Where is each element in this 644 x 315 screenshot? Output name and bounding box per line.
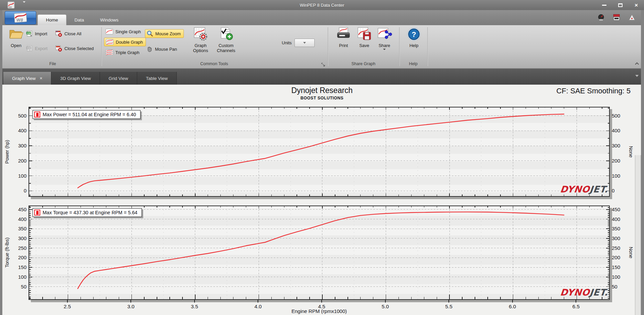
group-separator xyxy=(328,27,328,66)
tab-graph-view[interactable]: Graph View × xyxy=(3,72,51,85)
single-graph-icon xyxy=(105,29,113,35)
torque-legend: Max Torque = 437.30 at Engine RPM = 5.64 xyxy=(33,208,142,217)
close-button[interactable]: × xyxy=(633,2,639,8)
minimize-button[interactable] xyxy=(601,2,607,8)
graph-options-label-2: Options xyxy=(193,48,208,53)
double-graph-button[interactable]: Double Graph xyxy=(104,38,146,46)
x-major-tick xyxy=(67,300,68,303)
mouse-pan-label: Mouse Pan xyxy=(155,47,177,52)
y-tick-label: 200 xyxy=(9,254,26,261)
triple-graph-button[interactable]: Triple Graph xyxy=(104,48,142,57)
dyno-device-icon[interactable] xyxy=(612,13,621,21)
help-button[interactable]: ? Help xyxy=(403,27,425,48)
x-major-tick xyxy=(321,300,322,303)
triple-graph-label: Triple Graph xyxy=(115,50,140,55)
y-tick-label: 100 xyxy=(9,173,26,179)
y-tick-label: 400 xyxy=(9,127,26,134)
graph-options-button[interactable]: Graph Options xyxy=(190,27,211,53)
minimize-icon xyxy=(602,5,606,6)
ribbon-home-panel: Open CSV Import CSV Export xyxy=(0,25,644,69)
import-button[interactable]: CSV Import xyxy=(25,29,50,38)
y-tick-label: 0 xyxy=(9,187,26,194)
ribbon-tab-home-label: Home xyxy=(46,17,58,22)
y-tick-label: 300 xyxy=(9,235,26,242)
help-button-label: Help xyxy=(403,43,425,48)
ribbon-tab-windows-label: Windows xyxy=(100,17,119,22)
common-tools-dialog-launcher[interactable] xyxy=(321,62,325,68)
units-dropdown[interactable] xyxy=(294,39,315,47)
double-graph-icon xyxy=(106,39,114,45)
share-button[interactable]: Share xyxy=(374,27,395,50)
graph-subtitle: BOOST SOLUTIONS xyxy=(0,96,644,100)
export-button-label: Export xyxy=(35,46,48,51)
tab-grid-view[interactable]: Grid View xyxy=(100,72,137,85)
application-menu-button[interactable]: W8 xyxy=(5,11,36,25)
ribbon-tab-windows[interactable]: Windows xyxy=(92,14,127,25)
svg-text:?: ? xyxy=(412,30,416,39)
share-graph-group-label: Share Graph xyxy=(328,61,399,66)
x-major-tick xyxy=(258,300,258,303)
right-scrollbar[interactable] xyxy=(635,155,641,315)
mouse-zoom-button[interactable]: Mouse Zoom xyxy=(145,29,184,38)
mouse-pan-button[interactable]: Mouse Pan xyxy=(145,45,180,53)
print-button[interactable]: Print xyxy=(333,27,354,48)
view-tab-strip: Graph View × 3D Graph View Grid View Tab… xyxy=(0,69,644,85)
y-tick-label: 400 xyxy=(612,216,629,223)
share-dropdown-caret-icon[interactable] xyxy=(383,49,386,50)
window-frame-left xyxy=(0,10,2,315)
warning-badge-icon[interactable] xyxy=(628,13,636,21)
import-csv-icon: CSV xyxy=(26,30,33,37)
custom-channels-label-2: Channels xyxy=(217,48,235,53)
chevron-down-icon xyxy=(303,42,306,44)
group-separator xyxy=(427,27,428,66)
tab-close-icon[interactable]: × xyxy=(40,76,42,81)
print-button-label: Print xyxy=(333,43,354,48)
y-tick-label: 450 xyxy=(9,206,26,213)
y-tick-label: 350 xyxy=(9,225,26,232)
x-axis-title: Engine RPM (rpmx1000) xyxy=(29,308,610,314)
export-csv-icon: CSV xyxy=(26,45,33,52)
gauge-icon[interactable] xyxy=(597,13,605,21)
open-button-label: Open xyxy=(5,43,27,48)
close-selected-button-label: Close Selected xyxy=(64,46,94,51)
tab-overflow-caret-icon[interactable] xyxy=(635,75,639,77)
y-tick-label: 200 xyxy=(612,254,629,261)
custom-channels-button[interactable]: Custom Channels xyxy=(215,27,237,53)
graph-options-label-1: Graph xyxy=(195,43,207,48)
single-graph-label: Single Graph xyxy=(115,29,141,34)
power-chart: Max Power = 511.04 at Engine RPM = 6.40 … xyxy=(0,107,644,197)
y-tick-label: 250 xyxy=(612,245,629,252)
single-graph-button[interactable]: Single Graph xyxy=(104,27,144,36)
y-tick-label: 150 xyxy=(9,264,26,271)
ribbon-tab-home[interactable]: Home xyxy=(38,14,66,25)
window-frame-right xyxy=(641,10,644,315)
mouse-zoom-icon xyxy=(147,30,153,37)
power-legend: Max Power = 511.04 at Engine RPM = 6.40 xyxy=(33,110,141,119)
double-graph-label: Double Graph xyxy=(116,40,143,45)
close-selected-button[interactable]: Close Selected xyxy=(54,44,96,53)
maximize-button[interactable] xyxy=(617,2,623,8)
open-button[interactable]: Open xyxy=(5,27,27,48)
collapse-ribbon-button[interactable] xyxy=(635,61,639,67)
units-label: Units xyxy=(282,40,292,45)
torque-chart: Max Torque = 437.30 at Engine RPM = 5.64… xyxy=(0,206,644,300)
y-tick-label: 400 xyxy=(9,216,26,223)
save-button[interactable]: Save xyxy=(354,27,375,48)
tab-3d-graph-view[interactable]: 3D Graph View xyxy=(51,72,100,85)
ribbon-tab-data[interactable]: Data xyxy=(66,14,92,25)
torque-plot-area[interactable] xyxy=(29,206,610,300)
custom-channels-label-1: Custom xyxy=(219,43,234,48)
power-plot-area[interactable] xyxy=(29,107,610,197)
x-major-tick xyxy=(448,300,449,303)
save-icon xyxy=(357,27,372,41)
tab-table-view[interactable]: Table View xyxy=(137,72,177,85)
close-all-button[interactable]: Close All xyxy=(54,29,84,38)
x-major-tick xyxy=(194,300,195,303)
print-icon xyxy=(336,27,351,41)
svg-text:CSV: CSV xyxy=(27,47,31,49)
help-group-label: Help xyxy=(399,61,427,66)
window-title: WinPEP 8 Data Center xyxy=(0,3,644,8)
x-major-tick xyxy=(512,300,513,303)
maximize-icon xyxy=(618,3,623,7)
export-button[interactable]: CSV Export xyxy=(25,44,50,53)
